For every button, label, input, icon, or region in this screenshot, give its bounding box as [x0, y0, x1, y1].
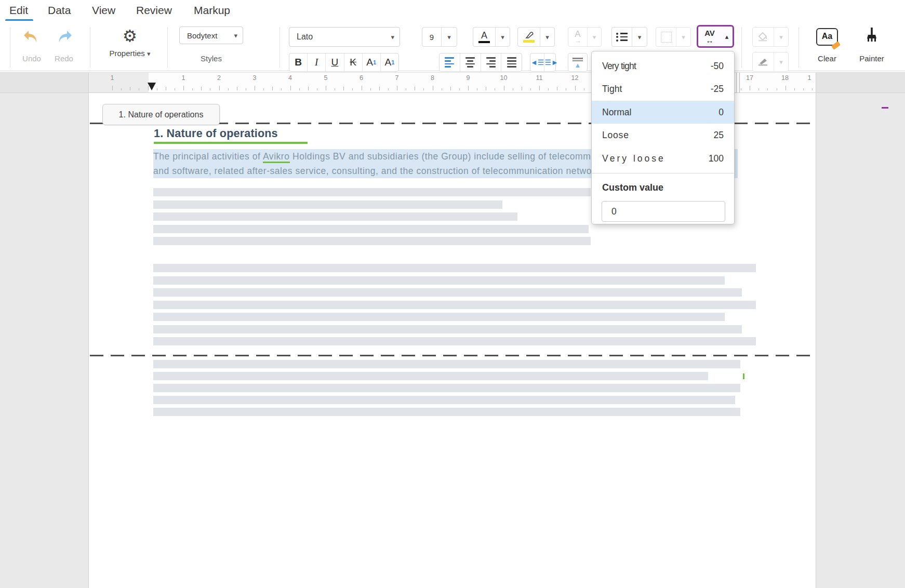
menu-item-edit[interactable]: Edit [9, 4, 28, 17]
ruler-tick [433, 86, 433, 90]
underline-button[interactable]: U [325, 54, 343, 71]
placeholder-text-line [153, 337, 756, 345]
ruler-tick [504, 86, 504, 90]
font-color-button[interactable]: A ▾ [473, 27, 510, 47]
toolbar-separator [90, 27, 90, 68]
menu-item-review[interactable]: Review [136, 4, 172, 17]
spacing-option-tight[interactable]: Tight-25 [592, 78, 734, 101]
align-right-button[interactable] [481, 54, 501, 71]
increase-indent-button[interactable]: ☰► [544, 54, 558, 71]
ruler-tick [406, 88, 406, 90]
menu-item-data[interactable]: Data [48, 4, 71, 17]
ruler-tick [548, 88, 549, 90]
placeholder-text-line [153, 188, 591, 196]
align-justify-icon [507, 57, 516, 67]
font-color-icon: A [481, 31, 487, 40]
styles-group-label: Styles [179, 54, 243, 63]
toolbar-separator [741, 27, 742, 68]
chevron-down-icon: ▾ [147, 50, 151, 58]
ruler-tick [237, 87, 237, 90]
style-select[interactable]: Bodytext ▾ [179, 26, 243, 44]
letter-spacing-menu: Very tight-50Tight-25Normal0Loose25Very … [591, 51, 735, 224]
ruler-tick [415, 87, 415, 90]
toolbar-separator [167, 27, 168, 68]
ruler-number: 4 [288, 74, 292, 82]
toolbar-separator [280, 27, 280, 68]
align-left-icon [445, 57, 454, 67]
ruler-number: 12 [571, 74, 579, 82]
properties-button[interactable]: ⚙ Properties ▾ [100, 27, 160, 64]
ruler-tick [477, 88, 477, 90]
bullet-list-button[interactable]: ▾ [611, 27, 647, 47]
ruler-number: 17 [746, 74, 753, 82]
menu-bar: EditDataViewReviewMarkup [0, 0, 905, 21]
document-heading[interactable]: 1. Nature of operations [154, 127, 278, 140]
undo-button[interactable]: Undo [20, 28, 44, 62]
font-color-dropdown[interactable]: ▾ [496, 28, 510, 46]
superscript-button[interactable]: A1 [362, 54, 380, 71]
ruler-number: 2 [217, 74, 221, 82]
ruler-tick [442, 88, 442, 90]
ruler-tick [575, 86, 576, 90]
ruler-indent-marker[interactable] [148, 83, 156, 90]
spacing-option-very-tight[interactable]: Very tight-50 [592, 55, 734, 77]
misspelled-word: Avikro [263, 151, 290, 163]
ruler-tick [388, 88, 389, 90]
bullet-list-dropdown[interactable]: ▾ [632, 28, 647, 46]
borders-button[interactable]: ▾ [656, 27, 691, 47]
clear-formatting-button[interactable]: Aa Clear [814, 27, 841, 64]
subscript-button[interactable]: A1 [380, 54, 398, 71]
menu-item-markup[interactable]: Markup [194, 4, 230, 17]
ruler-tick [767, 88, 768, 90]
custom-value-input[interactable]: 0 [602, 201, 725, 222]
placeholder-text-line [153, 201, 502, 209]
letter-spacing-button[interactable]: AV ↔ ▴ [697, 25, 734, 48]
spacing-option-very-loose[interactable]: Very loose100 [592, 147, 734, 170]
align-justify-button[interactable] [501, 54, 522, 71]
align-right-icon [486, 57, 496, 67]
spacing-option-loose[interactable]: Loose25 [592, 124, 734, 147]
ruler-tick [758, 88, 759, 90]
change-marker [743, 373, 744, 379]
format-painter-button[interactable]: Painter [857, 27, 886, 64]
bold-button[interactable]: B [289, 54, 307, 71]
placeholder-text-line [153, 288, 742, 297]
spacing-option-normal[interactable]: Normal0 [592, 101, 734, 124]
highlight-dropdown[interactable]: ▾ [540, 28, 554, 46]
italic-button[interactable]: I [307, 54, 325, 71]
ruler-tick [370, 88, 371, 90]
decrease-indent-button[interactable]: ◄☰ [530, 54, 544, 71]
ruler-tick [272, 87, 273, 90]
align-left-button[interactable] [440, 54, 460, 71]
ruler-number: 1 [808, 74, 811, 82]
clear-formatting-icon: Aa [816, 28, 838, 46]
properties-label: Properties [109, 49, 144, 58]
ruler[interactable]: 112345678910111217181 [0, 72, 905, 93]
section-tab[interactable]: 1. Nature of operations [102, 104, 220, 125]
font-size-select[interactable]: 9 ▾ [422, 27, 457, 47]
highlight-button[interactable]: ▾ [517, 27, 555, 47]
placeholder-text-line [153, 225, 589, 233]
placeholder-text-line [153, 276, 725, 285]
ruler-tick [741, 88, 741, 90]
menu-item-view[interactable]: View [92, 4, 115, 17]
heading-green-underline [154, 142, 308, 144]
ruler-tick [584, 88, 584, 90]
page-break-line [90, 355, 812, 356]
ruler-tick [750, 86, 750, 90]
ruler-number: 7 [395, 74, 399, 82]
redo-button[interactable]: Redo [52, 28, 76, 62]
paragraph-spacing-button[interactable]: ▲ [568, 53, 588, 72]
ruler-tick [121, 88, 122, 90]
placeholder-text-line [153, 360, 740, 368]
strikethrough-button[interactable]: K [344, 54, 362, 71]
undo-icon [22, 29, 41, 45]
placeholder-text-line [153, 212, 517, 221]
ruler-tick [246, 88, 246, 90]
align-center-button[interactable] [460, 54, 481, 71]
placeholder-text-line [153, 408, 740, 416]
ruler-number: 9 [467, 74, 470, 82]
ruler-tick [557, 87, 557, 90]
comment-marker [882, 107, 888, 109]
font-family-select[interactable]: Lato ▾ [289, 27, 400, 47]
